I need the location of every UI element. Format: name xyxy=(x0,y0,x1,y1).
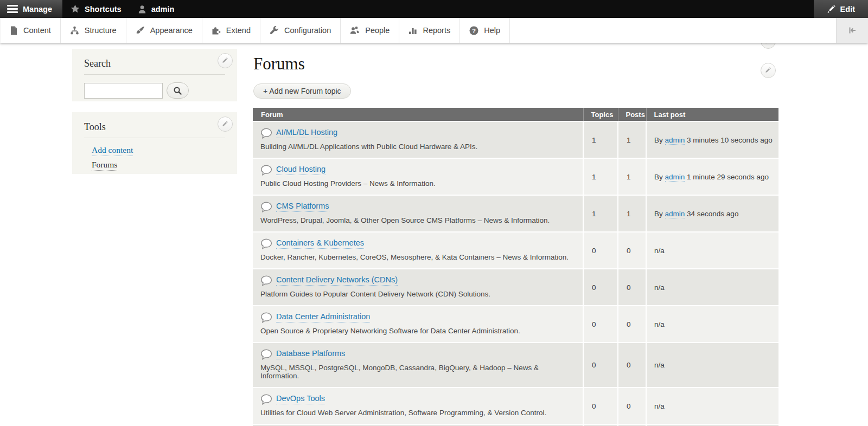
last-post-prefix: n/a xyxy=(654,320,665,328)
forum-link[interactable]: Data Center Administration xyxy=(276,312,370,322)
forum-bubble-icon xyxy=(260,312,272,323)
table-row: Containers & Kubernetes Docker, Rancher,… xyxy=(253,232,778,269)
admin-menu-label: Structure xyxy=(85,26,117,35)
forum-description: Open Source & Proprietary Networking Sof… xyxy=(260,327,574,335)
help-icon: ? xyxy=(469,26,478,35)
admin-menu-extend[interactable]: Extend xyxy=(202,18,260,43)
pencil-icon xyxy=(765,67,772,74)
admin-menu-content[interactable]: Content xyxy=(0,18,61,43)
people-icon xyxy=(350,26,360,35)
last-post-prefix: By xyxy=(654,136,665,144)
admin-menu-people[interactable]: People xyxy=(341,18,399,43)
forum-description: MySQL, MSSQL, PostgreSQL, MongoDB, Cassa… xyxy=(260,364,574,380)
last-post-cell: n/a xyxy=(646,343,778,388)
last-post-user-link[interactable]: admin xyxy=(665,136,685,145)
last-post-time: 34 seconds ago xyxy=(687,210,738,218)
search-block: Search xyxy=(72,49,237,101)
edit-mode-button[interactable]: Edit xyxy=(814,0,868,18)
last-post-cell: n/a xyxy=(646,388,778,424)
last-post-prefix: n/a xyxy=(654,247,665,255)
table-row: CMS Platforms WordPress, Drupal, Joomla,… xyxy=(253,195,778,232)
forum-link[interactable]: Cloud Hosting xyxy=(276,165,326,175)
forum-link[interactable]: Content Delivery Networks (CDNs) xyxy=(276,275,398,286)
forum-description: Docker, Rancher, Kubernetes, CoreOS, Mes… xyxy=(260,253,574,261)
last-post-prefix: n/a xyxy=(654,402,665,410)
admin-menu-label: People xyxy=(365,26,390,35)
contextual-edit-button-tools[interactable] xyxy=(218,117,233,132)
forum-description: Public Cloud Hosting Providers – News & … xyxy=(260,179,574,188)
posts-count: 1 xyxy=(618,158,646,195)
forum-table: Forum Topics Posts Last post AI/ML/DL Ho… xyxy=(253,108,778,426)
pencil-icon xyxy=(827,5,835,14)
search-block-title: Search xyxy=(84,58,225,75)
manage-tab[interactable]: Manage xyxy=(0,0,62,18)
magnifier-icon xyxy=(173,86,182,95)
forum-bubble-icon xyxy=(260,202,272,212)
admin-menu-structure[interactable]: Structure xyxy=(61,18,126,43)
forum-link[interactable]: DevOps Tools xyxy=(276,394,325,404)
contextual-edit-button-search[interactable] xyxy=(218,53,233,68)
pencil-icon xyxy=(222,121,229,128)
last-post-user-link[interactable]: admin xyxy=(665,173,685,182)
forum-bubble-icon xyxy=(260,349,272,360)
configuration-icon xyxy=(270,26,279,35)
pencil-icon xyxy=(222,57,229,64)
search-submit-button[interactable] xyxy=(167,82,189,99)
shortcuts-tab[interactable]: Shortcuts xyxy=(62,0,130,18)
last-post-user-link[interactable]: admin xyxy=(665,210,685,218)
forum-bubble-icon xyxy=(260,394,272,405)
admin-menu-appearance[interactable]: Appearance xyxy=(126,18,202,43)
admin-menu-label: Configuration xyxy=(284,26,331,35)
posts-count: 0 xyxy=(618,306,646,343)
admin-menu-help[interactable]: ? Help xyxy=(460,18,510,43)
svg-text:?: ? xyxy=(472,27,476,34)
toolbar-orientation-toggle[interactable] xyxy=(836,18,868,43)
topics-count: 0 xyxy=(583,232,618,269)
forum-description: Building AI/ML/DL Applications with Publ… xyxy=(260,143,574,151)
extend-icon xyxy=(212,26,221,35)
user-icon xyxy=(138,5,146,14)
forum-link[interactable]: AI/ML/DL Hosting xyxy=(276,128,337,138)
manage-label: Manage xyxy=(23,5,52,14)
topics-count: 0 xyxy=(583,306,618,343)
tools-link-forums[interactable]: Forums xyxy=(92,160,117,171)
admin-menu-configuration[interactable]: Configuration xyxy=(260,18,341,43)
last-post-prefix: n/a xyxy=(654,361,665,369)
table-row: Data Center Administration Open Source &… xyxy=(253,306,778,343)
search-input[interactable] xyxy=(84,83,163,99)
forum-bubble-icon xyxy=(260,128,272,139)
forum-bubble-icon xyxy=(260,165,272,176)
page-title: Forums xyxy=(253,54,305,74)
contextual-edit-button-forums[interactable] xyxy=(761,63,776,78)
tools-link-add-content[interactable]: Add content xyxy=(92,145,133,156)
table-row: DevOps Tools Utilities for Cloud Web Ser… xyxy=(253,388,778,424)
admin-menu-label: Appearance xyxy=(150,26,193,35)
tools-block-title: Tools xyxy=(84,121,225,138)
admin-menu-label: Help xyxy=(484,26,500,35)
shortcuts-label: Shortcuts xyxy=(85,5,122,14)
posts-count: 0 xyxy=(618,343,646,388)
admin-menu-reports[interactable]: Reports xyxy=(399,18,460,43)
forum-table-body: AI/ML/DL Hosting Building AI/ML/DL Appli… xyxy=(253,121,778,426)
add-forum-topic-button[interactable]: + Add new Forum topic xyxy=(253,83,351,99)
last-post-prefix: n/a xyxy=(654,283,665,292)
appearance-icon xyxy=(136,26,145,35)
forum-table-header-row: Forum Topics Posts Last post xyxy=(253,108,778,121)
user-label: admin xyxy=(151,5,175,14)
admin-menu-label: Content xyxy=(23,26,51,35)
forum-link[interactable]: CMS Platforms xyxy=(276,202,329,212)
posts-count: 0 xyxy=(618,232,646,269)
table-row: Content Delivery Networks (CDNs) Platfor… xyxy=(253,269,778,306)
table-row: AI/ML/DL Hosting Building AI/ML/DL Appli… xyxy=(253,121,778,158)
user-tab[interactable]: admin xyxy=(130,0,183,18)
forum-link[interactable]: Database Platforms xyxy=(276,349,345,359)
posts-count: 0 xyxy=(618,388,646,424)
forum-description: Platform Guides to Popular Content Deliv… xyxy=(260,290,574,298)
forum-bubble-icon xyxy=(260,238,272,249)
admin-menu-label: Reports xyxy=(423,26,450,35)
last-post-cell: n/a xyxy=(646,306,778,343)
topics-count: 1 xyxy=(583,121,618,158)
edit-label: Edit xyxy=(840,5,855,14)
forum-link[interactable]: Containers & Kubernetes xyxy=(276,238,364,249)
admin-toolbar: Manage Shortcuts admin Edit xyxy=(0,0,868,18)
